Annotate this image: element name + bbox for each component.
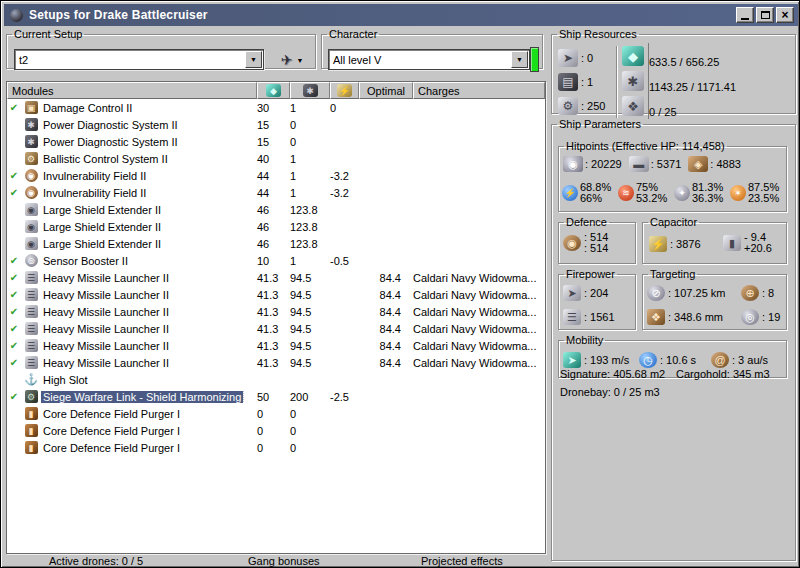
module-name-cell: Damage Control II [41,102,257,114]
thermal-resist-armor: 53.2% [636,193,667,204]
module-name-cell: Power Diagnostic System II [41,136,257,148]
module-name-cell: Invulnerability Field II [41,187,257,199]
column-header-optimal[interactable]: Optimal [359,82,413,99]
column-header-capacitor[interactable]: ⚡ [330,82,359,99]
table-row[interactable]: ✱ Power Diagnostic System II 15 0 [7,116,545,133]
module-name: Invulnerability Field II [41,170,148,182]
scan-resolution-value: : 348.6 mm [668,311,723,323]
explosive-resist-icon: ✶ [730,185,746,201]
minimize-button[interactable] [736,7,754,23]
targeting-range-icon: ⊘ [647,285,665,301]
current-setup-combobox[interactable]: t2 ▼ [14,49,264,70]
module-cpu-value: 41.3 [257,289,290,301]
module-name: Heavy Missile Launcher II [41,357,171,369]
capacitor-icon: ⚡ [337,84,352,97]
table-row[interactable]: ⚓ High Slot [7,371,545,388]
table-row[interactable]: ✔ ⚙ Siege Warfare Link - Shield Harmoniz… [7,388,545,405]
rig-purger-icon: ▮ [25,424,38,437]
active-check-icon: ✔ [7,306,21,317]
module-name: Large Shield Extender II [41,221,163,233]
sensor-booster-icon: ⊚ [25,254,38,267]
column-header-powergrid[interactable]: ✱ [290,82,330,99]
targeting-range-value: : 107.25 km [668,287,725,299]
divider [616,46,618,118]
warp-speed-icon: @ [711,352,729,368]
character-dropdown-button[interactable]: ▼ [511,51,528,68]
table-row[interactable]: ✔ ☰ Heavy Missile Launcher II 41.3 94.5 … [7,286,545,303]
shield-hp-value: : 20229 [585,158,622,170]
current-setup-dropdown-button[interactable]: ▼ [245,51,262,68]
column-header-modules[interactable]: Modules [7,82,257,99]
powergrid-resource: ✱ 1143.25 / 1171.41 [622,69,792,94]
module-name-cell: Invulnerability Field II [41,170,257,182]
rig-purger-icon: ▮ [25,441,38,454]
module-cpu-value: 50 [257,391,290,403]
module-powergrid-value: 0 [290,119,330,131]
signature-value: Signature: 405.68 m2 [560,368,673,380]
table-row[interactable]: ✔ ☰ Heavy Missile Launcher II 41.3 94.5 … [7,269,545,286]
module-powergrid-value: 123.8 [290,204,330,216]
module-name: Core Defence Field Purger I [41,408,182,420]
explosive-resist: ✶ 87.5% 23.5% [730,182,786,204]
maximize-button[interactable] [756,7,774,23]
capacitor-recharge: +20.6 [744,243,772,254]
capacitor-group: Capacitor ⚡ : 3876 ▮ - 9.4 +20.6 [642,216,787,264]
table-row[interactable]: ✔ ☰ Heavy Missile Launcher II 41.3 94.5 … [7,354,545,371]
em-resist: ⚡ 68.8% 66% [562,182,618,204]
close-button[interactable]: × [776,7,794,23]
table-row[interactable]: ✔ ◉ Invulnerability Field II 44 1 -3.2 [7,167,545,184]
table-row[interactable]: ✔ ☰ Heavy Missile Launcher II 41.3 94.5 … [7,320,545,337]
siege-link-icon: ⚙ [25,390,38,403]
module-powergrid-value: 1 [290,153,330,165]
powergrid-usage-text: 1143.25 / 1171.41 [649,81,736,93]
table-row[interactable]: ⚙ Ballistic Control System II 40 1 [7,150,545,167]
module-name: Heavy Missile Launcher II [41,340,171,352]
module-name: Siege Warfare Link - Shield Harmonizing [41,391,243,403]
current-setup-group: Current Setup t2 ▼ ✈ ▼ [6,28,316,69]
character-combobox[interactable]: All level V ▼ [328,49,530,70]
table-row[interactable]: ◉ Large Shield Extender II 46 123.8 [7,201,545,218]
sensor-strength-icon: ◎ [741,309,759,325]
kinetic-resist-icon: ✦ [674,185,690,201]
cpu-icon: ◆ [622,46,644,66]
shield-extender-icon: ◉ [25,237,38,250]
column-header-charges[interactable]: Charges [413,82,545,99]
module-name: Large Shield Extender II [41,238,163,250]
cpu-resource: ◆ 633.5 / 656.25 [622,44,792,69]
explosive-resist-armor: 23.5% [748,193,779,204]
minimize-icon [741,18,749,20]
table-row[interactable]: ◉ Large Shield Extender II 46 123.8 [7,235,545,252]
module-charges-value: Caldari Navy Widowma... [413,323,545,335]
module-name-cell: Core Defence Field Purger I [41,442,257,454]
table-row[interactable]: ✔ ⊚ Sensor Booster II 10 1 -0.5 [7,252,545,269]
table-row[interactable]: ▮ Core Defence Field Purger I 0 0 [7,405,545,422]
table-row[interactable]: ✔ ☰ Heavy Missile Launcher II 41.3 94.5 … [7,303,545,320]
chevron-down-icon: ▼ [296,57,303,64]
armor-hp-value: : 5371 [651,158,682,170]
module-powergrid-value: 94.5 [290,340,330,352]
table-row[interactable]: ▮ Core Defence Field Purger I 0 0 [7,439,545,456]
hitpoints-label: Hitpoints (Effective HP: 114,458) [564,140,727,152]
module-charges-value: Caldari Navy Widowma... [413,306,545,318]
module-name-cell: Ballistic Control System II [41,153,257,165]
module-name-cell: Core Defence Field Purger I [41,425,257,437]
table-row[interactable]: ◉ Large Shield Extender II 46 123.8 [7,218,545,235]
table-row[interactable]: ✔ ◉ Invulnerability Field II 44 1 -3.2 [7,184,545,201]
ship-menu-button[interactable]: ✈ ▼ [272,48,312,72]
module-capacitor-value: -3.2 [330,170,359,182]
module-powergrid-value: 0 [290,408,330,420]
module-powergrid-value: 200 [290,391,330,403]
table-row[interactable]: ✱ Power Diagnostic System II 15 0 [7,133,545,150]
module-name-cell: Large Shield Extender II [41,221,257,233]
module-powergrid-value: 0 [290,425,330,437]
module-rows: ✔ ▣ Damage Control II 30 1 0 ✱ Power Dia… [7,99,545,553]
module-powergrid-value: 1 [290,255,330,267]
table-row[interactable]: ✔ ☰ Heavy Missile Launcher II 41.3 94.5 … [7,337,545,354]
table-row[interactable]: ▮ Core Defence Field Purger I 0 0 [7,422,545,439]
scan-resolution-icon: ❖ [647,309,665,325]
active-check-icon: ✔ [7,357,21,368]
module-powergrid-value: 94.5 [290,357,330,369]
table-row[interactable]: ✔ ▣ Damage Control II 30 1 0 [7,99,545,116]
chevron-down-icon: ▼ [250,56,257,63]
column-header-cpu[interactable]: ◆ [257,82,290,99]
